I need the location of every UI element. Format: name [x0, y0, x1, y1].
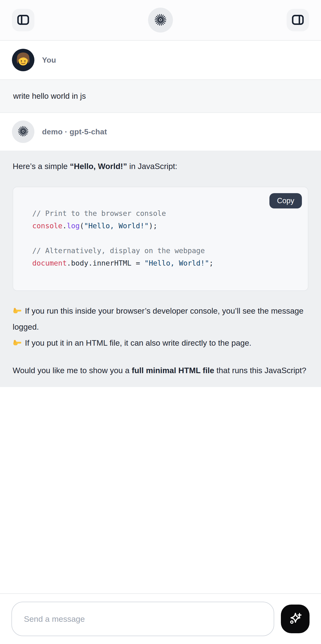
top-bar [0, 0, 321, 41]
send-button[interactable] [281, 604, 310, 633]
code-line: // Alternatively, display on the webpage [32, 244, 298, 257]
copy-button[interactable]: Copy [269, 193, 302, 208]
assistant-question-text: Would you like me to show you a full min… [13, 362, 308, 378]
user-message-header: You [0, 41, 321, 79]
empty-chat-space [0, 387, 321, 593]
assistant-message: Here’s a simple “Hello, World!” in JavaS… [0, 150, 321, 387]
assistant-avatar [12, 120, 34, 143]
sidebar-toggle-button[interactable] [12, 9, 34, 31]
model-label: demo · gpt-5-chat [42, 128, 107, 136]
assistant-intro-text: Here’s a simple “Hello, World!” in JavaS… [13, 158, 308, 174]
sparkles-icon [287, 611, 303, 627]
panel-toggle-button[interactable] [287, 9, 309, 31]
chat-app: You write hello world in js demo · gpt-5… [0, 0, 321, 644]
model-logo-button[interactable] [148, 8, 173, 32]
code-line: console.log("Hello, World!"); [32, 220, 298, 232]
pointing-right-icon [13, 335, 23, 351]
person-emoji-icon [13, 49, 33, 71]
composer-bar [0, 593, 321, 644]
user-message-text: write hello world in js [13, 92, 86, 101]
user-avatar [12, 49, 34, 71]
starburst-icon [17, 126, 29, 138]
pointing-right-icon [13, 303, 23, 319]
code-content: // Print to the browser consoleconsole.l… [32, 207, 298, 270]
assistant-message-header: demo · gpt-5-chat [0, 113, 321, 150]
panel-right-icon [292, 14, 304, 26]
user-author-label: You [42, 56, 56, 64]
code-line: // Print to the browser console [32, 207, 298, 220]
chat-thread: You write hello world in js demo · gpt-5… [0, 41, 321, 593]
code-line [32, 232, 298, 244]
starburst-icon [154, 14, 167, 27]
assistant-followup-text: If you run this inside your browser’s de… [13, 303, 308, 351]
message-input[interactable] [11, 602, 274, 636]
code-line: document.body.innerHTML = "Hello, World!… [32, 257, 298, 270]
user-message: write hello world in js [0, 79, 321, 113]
code-block: Copy // Print to the browser consolecons… [13, 187, 308, 291]
panel-left-icon [17, 14, 29, 26]
